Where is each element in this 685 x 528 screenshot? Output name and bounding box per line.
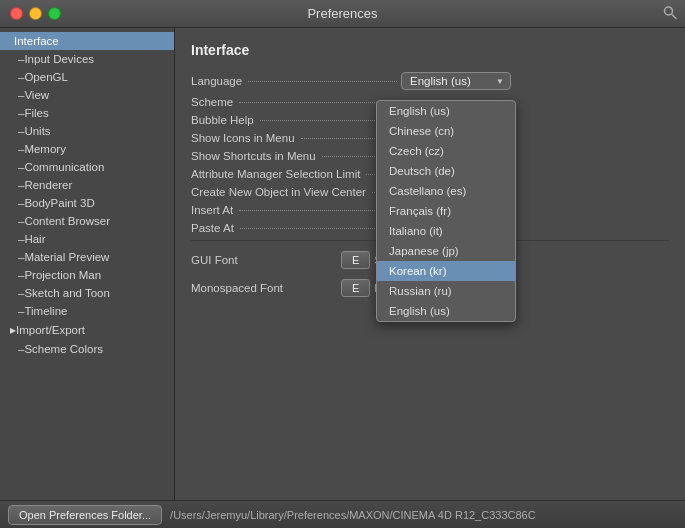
window-controls (10, 7, 61, 20)
content-title: Interface (191, 42, 669, 58)
language-row: Language English (us) English (us) Chine… (191, 72, 669, 90)
bottom-bar: Open Preferences Folder... /Users/Jeremy… (0, 500, 685, 528)
search-icon[interactable] (663, 5, 677, 22)
language-selected: English (us) (410, 75, 471, 87)
dropdown-option-russian[interactable]: Russian (ru) (377, 281, 515, 301)
insert-at-label: Insert At (191, 204, 401, 216)
sidebar-item-interface[interactable]: Interface (0, 32, 174, 50)
monospaced-font-label-text: Monospaced Font (191, 282, 283, 294)
svg-point-0 (665, 7, 673, 15)
monospaced-font-button[interactable]: E (341, 279, 370, 297)
sidebar-item-timeline[interactable]: –Timeline (0, 302, 174, 320)
gui-font-label-text: GUI Font (191, 254, 238, 266)
language-dropdown-menu: English (us) Chinese (cn) Czech (cz) Deu… (376, 100, 516, 322)
language-label-text: Language (191, 75, 242, 87)
language-control: English (us) (401, 72, 511, 90)
window-title: Preferences (307, 6, 377, 21)
minimize-button[interactable] (29, 7, 42, 20)
sidebar-item-communication[interactable]: –Communication (0, 158, 174, 176)
language-dropdown[interactable]: English (us) (401, 72, 511, 90)
dropdown-option-korean[interactable]: Korean (kr) (377, 261, 515, 281)
create-new-obj-label: Create New Object in View Center (191, 186, 401, 198)
gui-font-button[interactable]: E (341, 251, 370, 269)
scheme-dots (239, 102, 397, 103)
close-button[interactable] (10, 7, 23, 20)
dropdown-option-deutsch[interactable]: Deutsch (de) (377, 161, 515, 181)
sidebar-item-input-devices[interactable]: –Input Devices (0, 50, 174, 68)
paste-at-label: Paste At (191, 222, 401, 234)
insert-at-dots (239, 210, 397, 211)
dropdown-option-castellano[interactable]: Castellano (es) (377, 181, 515, 201)
sidebar-item-material-preview[interactable]: –Material Preview (0, 248, 174, 266)
content-area: Interface Language English (us) English … (175, 28, 685, 500)
sidebar-item-opengl[interactable]: –OpenGL (0, 68, 174, 86)
language-label: Language (191, 75, 401, 87)
scheme-label-text: Scheme (191, 96, 233, 108)
sidebar-item-memory[interactable]: –Memory (0, 140, 174, 158)
insert-at-label-text: Insert At (191, 204, 233, 216)
dropdown-option-czech[interactable]: Czech (cz) (377, 141, 515, 161)
sidebar-item-projection-man[interactable]: –Projection Man (0, 266, 174, 284)
sidebar-item-content-browser[interactable]: –Content Browser (0, 212, 174, 230)
sidebar-item-units[interactable]: –Units (0, 122, 174, 140)
show-shortcuts-label: Show Shortcuts in Menu (191, 150, 401, 162)
dropdown-option-english-us2[interactable]: English (us) (377, 301, 515, 321)
attr-manager-label-text: Attribute Manager Selection Limit (191, 168, 360, 180)
bubble-help-label: Bubble Help (191, 114, 401, 126)
svg-line-1 (672, 14, 676, 18)
preferences-path: /Users/Jeremyu/Library/Preferences/MAXON… (170, 509, 536, 521)
open-preferences-folder-button[interactable]: Open Preferences Folder... (8, 505, 162, 525)
bubble-help-label-text: Bubble Help (191, 114, 254, 126)
attr-manager-label: Attribute Manager Selection Limit (191, 168, 401, 180)
language-dots (248, 81, 397, 82)
show-icons-label-text: Show Icons in Menu (191, 132, 295, 144)
sidebar-item-hair[interactable]: –Hair (0, 230, 174, 248)
dropdown-option-english-us[interactable]: English (us) (377, 101, 515, 121)
sidebar-item-view[interactable]: –View (0, 86, 174, 104)
main-layout: Interface –Input Devices –OpenGL –View –… (0, 28, 685, 500)
dropdown-option-italiano[interactable]: Italiano (it) (377, 221, 515, 241)
title-bar: Preferences (0, 0, 685, 28)
sidebar-item-bodypaint3d[interactable]: –BodyPaint 3D (0, 194, 174, 212)
monospaced-font-label: Monospaced Font (191, 282, 341, 294)
dropdown-option-francais[interactable]: Français (fr) (377, 201, 515, 221)
sidebar: Interface –Input Devices –OpenGL –View –… (0, 28, 175, 500)
dropdown-option-chinese[interactable]: Chinese (cn) (377, 121, 515, 141)
dropdown-option-japanese[interactable]: Japanese (jp) (377, 241, 515, 261)
sidebar-item-scheme-colors[interactable]: –Scheme Colors (0, 340, 174, 358)
sidebar-item-sketch-and-toon[interactable]: –Sketch and Toon (0, 284, 174, 302)
paste-at-label-text: Paste At (191, 222, 234, 234)
paste-at-dots (240, 228, 397, 229)
show-shortcuts-label-text: Show Shortcuts in Menu (191, 150, 316, 162)
maximize-button[interactable] (48, 7, 61, 20)
scheme-label: Scheme (191, 96, 401, 108)
create-new-obj-label-text: Create New Object in View Center (191, 186, 366, 198)
gui-font-label: GUI Font (191, 254, 341, 266)
sidebar-item-import-export[interactable]: ▸Import/Export (0, 320, 174, 340)
sidebar-item-renderer[interactable]: –Renderer (0, 176, 174, 194)
show-icons-label: Show Icons in Menu (191, 132, 401, 144)
sidebar-item-files[interactable]: –Files (0, 104, 174, 122)
